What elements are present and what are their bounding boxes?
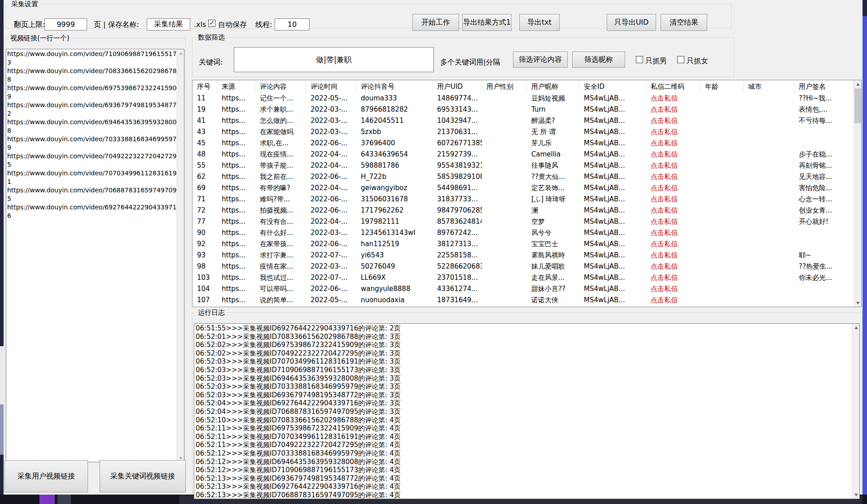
cell-comment-time: 2022-04-...	[306, 182, 356, 193]
dm-link[interactable]: 点击私信	[646, 193, 701, 204]
table-row[interactable]: 98 https... 疫情在家... 2022-03-... 50276049…	[193, 261, 854, 272]
filter-comment-button[interactable]: 筛选评论内容	[513, 52, 568, 68]
cell-uid: 98479706285	[433, 204, 482, 216]
thread-input[interactable]	[275, 18, 310, 30]
header-cell[interactable]: 来源	[217, 80, 255, 92]
cell-douyin-id: H_722b	[356, 171, 433, 182]
table-row[interactable]: 11 https... 记住一个... 2022-05-... douma333…	[193, 92, 854, 104]
dm-link[interactable]: 点击私信	[646, 294, 701, 305]
table-row[interactable]: 19 https... 求个兼职... 2022-03-... 87966818…	[193, 104, 854, 115]
cell-comment-time: 2022-06-...	[306, 171, 356, 182]
header-cell[interactable]: 年龄	[701, 80, 744, 92]
scrollbar-thumb[interactable]	[854, 88, 861, 123]
clear-results-button[interactable]: 清空结果	[661, 14, 707, 31]
run-log-box[interactable]: 06:51:55>>>采集视频ID6927644222904339716的评论第…	[194, 323, 860, 499]
dm-link[interactable]: 点击私信	[646, 249, 701, 261]
header-cell[interactable]: 用户昵称	[527, 80, 579, 92]
table-row-partial[interactable]: https... 大家带?... 点击私信	[193, 305, 854, 307]
table-scrollbar[interactable]	[854, 80, 861, 307]
dm-link[interactable]: 点击私信	[646, 148, 701, 160]
export-uid-only-button[interactable]: 只导出UID	[607, 14, 656, 31]
cell-age	[701, 216, 744, 227]
dm-link[interactable]: 点击私信	[646, 305, 701, 307]
taskbar-icon[interactable]	[57, 495, 71, 504]
filter-nickname-button[interactable]: 筛选昵称	[572, 52, 625, 68]
header-cell[interactable]: 序号	[193, 80, 217, 92]
header-cell[interactable]: 评论时间	[306, 80, 356, 92]
table-row[interactable]: 48 https... 现在疫情... 2022-04-... 64334639…	[193, 148, 854, 160]
header-cell[interactable]: 评论抖音号	[356, 80, 433, 92]
header-cell[interactable]: 城市	[744, 80, 794, 92]
table-row[interactable]: 77 https... 有没有合... 2022-04-... 19798211…	[193, 216, 854, 227]
dm-link[interactable]: 点击私信	[646, 182, 701, 193]
table-row[interactable]: 93 https... 求打字兼... 2022-07-... yi6543 2…	[193, 249, 854, 261]
dm-link[interactable]: 点击私信	[646, 216, 701, 227]
dm-link[interactable]: 点击私信	[646, 126, 701, 137]
save-name-input[interactable]	[147, 18, 190, 30]
collect-user-videos-button[interactable]: 采集用户视频链接	[4, 460, 88, 492]
keyword-input[interactable]	[234, 47, 434, 72]
table-row[interactable]: 72 https... 拍摄视频... 2022-06-... 17179622…	[193, 204, 854, 216]
links-scrollbar[interactable]	[176, 49, 184, 462]
cell-nickname: 诺诺大侠	[527, 294, 579, 305]
dm-link[interactable]: 点击私信	[646, 92, 701, 104]
taskbar-icon[interactable]	[39, 495, 55, 504]
dm-link[interactable]: 点击私信	[646, 283, 701, 294]
scrollbar-up-button[interactable]	[854, 80, 862, 88]
dm-link[interactable]: 点击私信	[646, 204, 701, 216]
dm-link[interactable]: 点击私信	[646, 227, 701, 238]
scrollbar-down-button[interactable]	[854, 299, 862, 307]
video-link-line: https://www.douyin.com/video/71090698871…	[7, 50, 179, 67]
results-table[interactable]: 序号来源评论内容评论时间评论抖音号用户UID用户性别用户昵称安全ID私信二维码年…	[192, 80, 862, 307]
cell-index: 19	[193, 104, 217, 115]
female-only-checkbox[interactable]	[677, 56, 684, 63]
cell-douyin-id: yi6543	[356, 249, 433, 261]
table-row[interactable]: 69 https... 有带的嘛? 2022-04-... geiwangyib…	[193, 182, 854, 193]
dm-link[interactable]: 点击私信	[646, 171, 701, 182]
table-row[interactable]: 107 https... 说的简单... 2022-05-... nuonuod…	[193, 294, 854, 305]
table-row[interactable]: 41 https... 怎么做的... 2022-03-... 14620455…	[193, 115, 854, 126]
header-cell[interactable]: 评论内容	[255, 80, 306, 92]
header-cell[interactable]: 用户性别	[482, 80, 527, 92]
collect-keyword-videos-button[interactable]: 采集关键词视频链接	[100, 460, 186, 492]
table-row[interactable]: 55 https... 带孩子能... 2022-04-... 59888178…	[193, 160, 854, 171]
export-method1-button[interactable]: 导出结果方式1	[462, 14, 512, 31]
scrollbar-up-button[interactable]	[852, 324, 860, 331]
table-row[interactable]: 103 https... 我也试过... 2022-07-... LL669X …	[193, 272, 854, 283]
scrollbar-up-button[interactable]	[177, 49, 184, 57]
cell-signature	[794, 283, 854, 294]
table-row[interactable]: 90 https... 有什么好... 2022-03-... 12345613…	[193, 227, 854, 238]
dm-link[interactable]: 点击私信	[646, 238, 701, 249]
table-row[interactable]: 62 https... 我之前在... 2022-06-... H_722b 5…	[193, 171, 854, 182]
cell-douyin-id: 37696400	[356, 137, 433, 148]
dm-link[interactable]: 点击私信	[646, 261, 701, 272]
cell-nickname: 空梦	[527, 216, 579, 227]
table-row[interactable]: 104 https... 可以带吗... 2022-06-... wangyul…	[193, 283, 854, 294]
log-line: 06:52:04>>>采集视频ID6927644222904339716的评论第…	[196, 399, 401, 408]
dm-link[interactable]: 点击私信	[646, 160, 701, 171]
video-links-textarea[interactable]: https://www.douyin.com/video/71090698871…	[6, 49, 184, 462]
header-cell[interactable]: 安全ID	[579, 80, 646, 92]
cell-source: https...	[217, 261, 255, 272]
dm-link[interactable]: 点击私信	[646, 104, 701, 115]
autosave-checkbox[interactable]: ✓	[208, 20, 215, 27]
male-only-checkbox[interactable]	[636, 56, 643, 63]
dm-link[interactable]: 点击私信	[646, 272, 701, 283]
header-cell[interactable]: 私信二维码	[646, 80, 701, 92]
dm-link[interactable]: 点击私信	[646, 137, 701, 148]
scrollbar-down-button[interactable]	[852, 491, 860, 499]
log-scrollbar[interactable]	[852, 324, 859, 499]
start-work-button[interactable]: 开始工作	[412, 14, 459, 31]
header-cell[interactable]: 用户签名	[794, 80, 854, 92]
cell-douyin-id: geiwangyiboz	[356, 182, 433, 193]
page-limit-input[interactable]	[44, 18, 87, 30]
dm-link[interactable]: 点击私信	[646, 115, 701, 126]
table-row[interactable]: 43 https... 在家能做吗 2022-03-... 5zxbb 2137…	[193, 126, 854, 137]
cell-city	[744, 216, 794, 227]
cell-city	[744, 104, 794, 115]
table-row[interactable]: 45 https... 求职,在... 2022-06-... 37696400…	[193, 137, 854, 148]
header-cell[interactable]: 用户UID	[433, 80, 482, 92]
table-row[interactable]: 71 https... 难吗?带... 2022-06-... 31506031…	[193, 193, 854, 204]
export-txt-button[interactable]: 导出txt	[519, 14, 560, 31]
table-row[interactable]: 92 https... 在家带孩... 2022-06-... han11251…	[193, 238, 854, 249]
